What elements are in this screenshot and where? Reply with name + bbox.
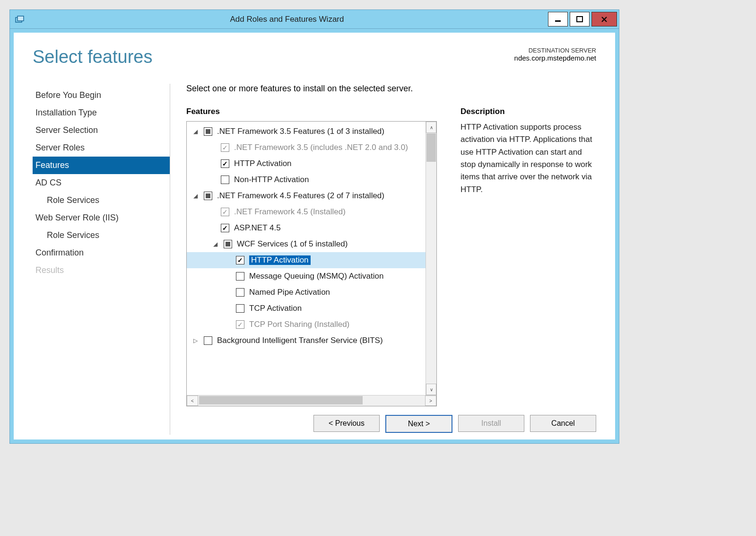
previous-button[interactable]: < Previous: [313, 415, 380, 432]
tree-label: .NET Framework 4.5 Features (2 of 7 inst…: [217, 191, 384, 201]
scroll-thumb[interactable]: [199, 396, 363, 404]
scroll-down-icon[interactable]: ∨: [426, 384, 436, 395]
tree-label: Message Queuing (MSMQ) Activation: [249, 272, 383, 281]
tree-label: .NET Framework 4.5 (Installed): [234, 207, 346, 217]
tree-item[interactable]: ◢ .NET Framework 3.5 Features (1 of 3 in…: [187, 123, 426, 140]
sidebar-item-confirmation[interactable]: Confirmation: [33, 244, 170, 262]
tree-item-selected[interactable]: HTTP Activation: [187, 252, 426, 268]
next-button[interactable]: Next >: [385, 415, 452, 433]
destination-server-label: DESTINATION SERVER: [514, 47, 596, 54]
features-heading: Features: [186, 107, 437, 116]
checkbox[interactable]: [236, 320, 244, 329]
tree-item[interactable]: ◢ .NET Framework 4.5 Features (2 of 7 in…: [187, 188, 426, 204]
expander-icon[interactable]: ▷: [191, 337, 199, 344]
sidebar-item-server-selection[interactable]: Server Selection: [33, 122, 170, 139]
expander-icon[interactable]: ◢: [191, 193, 199, 199]
checkbox[interactable]: [221, 143, 229, 152]
destination-server: DESTINATION SERVER ndes.corp.mstepdemo.n…: [514, 47, 596, 62]
scroll-right-icon[interactable]: >: [425, 395, 436, 406]
minimize-button[interactable]: [548, 12, 568, 26]
destination-server-value: ndes.corp.mstepdemo.net: [514, 54, 596, 62]
tree-label: HTTP Activation: [249, 255, 311, 265]
cancel-button[interactable]: Cancel: [530, 415, 596, 432]
tree-label: .NET Framework 3.5 Features (1 of 3 inst…: [217, 127, 384, 136]
window-icon: [13, 13, 26, 26]
checkbox[interactable]: [236, 272, 244, 281]
description-text: HTTP Activation supports process activat…: [461, 121, 596, 196]
tree-item[interactable]: ◢ WCF Services (1 of 5 installed): [187, 236, 426, 252]
tree-item[interactable]: Message Queuing (MSMQ) Activation: [187, 268, 426, 284]
sidebar-item-installation-type[interactable]: Installation Type: [33, 104, 170, 122]
checkbox[interactable]: [221, 159, 229, 168]
sidebar-item-adcs-role-services[interactable]: Role Services: [33, 192, 170, 209]
expander-icon[interactable]: ◢: [191, 128, 199, 135]
vertical-scrollbar[interactable]: ∧ ∨: [426, 122, 436, 395]
checkbox[interactable]: [221, 176, 229, 184]
checkbox[interactable]: [221, 208, 229, 216]
tree-item[interactable]: TCP Activation: [187, 300, 426, 316]
wizard-body: Select features DESTINATION SERVER ndes.…: [10, 29, 619, 443]
description-heading: Description: [461, 107, 596, 116]
tree-item[interactable]: .NET Framework 4.5 (Installed): [187, 204, 426, 220]
tree-label: TCP Activation: [249, 304, 302, 313]
sidebar-item-ad-cs[interactable]: AD CS: [33, 174, 170, 192]
tree-label: Named Pipe Activation: [249, 288, 330, 297]
tree-label: Background Intelligent Transfer Service …: [217, 336, 383, 345]
checkbox[interactable]: [236, 304, 244, 313]
maximize-button[interactable]: [570, 12, 590, 26]
tree-item[interactable]: Named Pipe Activation: [187, 284, 426, 300]
tristate-checkbox[interactable]: [204, 127, 212, 136]
scroll-left-icon[interactable]: <: [187, 395, 198, 406]
wizard-window: Add Roles and Features Wizard Select fea…: [9, 9, 619, 444]
checkbox[interactable]: [236, 288, 244, 297]
scroll-up-icon[interactable]: ∧: [426, 122, 436, 133]
tree-item[interactable]: ASP.NET 4.5: [187, 220, 426, 236]
horizontal-scrollbar[interactable]: < >: [187, 395, 436, 406]
sidebar-item-web-server-role[interactable]: Web Server Role (IIS): [33, 209, 170, 227]
sidebar-item-iis-role-services[interactable]: Role Services: [33, 227, 170, 244]
window-title: Add Roles and Features Wizard: [26, 15, 548, 24]
svg-rect-2: [555, 20, 561, 22]
tree-label: HTTP Activation: [234, 159, 292, 168]
checkbox[interactable]: [221, 224, 229, 232]
scroll-thumb[interactable]: [426, 133, 436, 162]
sidebar-item-server-roles[interactable]: Server Roles: [33, 139, 170, 157]
tree-label: WCF Services (1 of 5 installed): [237, 239, 348, 249]
install-button: Install: [458, 415, 524, 432]
tree-label: Non-HTTP Activation: [234, 175, 309, 185]
tree-item[interactable]: Non-HTTP Activation: [187, 172, 426, 188]
tree-label: ASP.NET 4.5: [234, 223, 281, 233]
sidebar-item-results: Results: [33, 262, 170, 279]
svg-rect-3: [577, 17, 582, 22]
features-tree: ◢ .NET Framework 3.5 Features (1 of 3 in…: [186, 121, 437, 406]
sidebar-item-features[interactable]: Features: [33, 157, 170, 174]
svg-rect-1: [17, 16, 24, 21]
tree-item[interactable]: TCP Port Sharing (Installed): [187, 316, 426, 333]
close-button[interactable]: [591, 12, 617, 26]
expander-icon[interactable]: ◢: [211, 241, 219, 247]
tree-item[interactable]: HTTP Activation: [187, 156, 426, 172]
tree-label: TCP Port Sharing (Installed): [249, 320, 349, 329]
checkbox[interactable]: [204, 336, 212, 345]
tree-item[interactable]: .NET Framework 3.5 (includes .NET 2.0 an…: [187, 140, 426, 156]
button-bar: < Previous Next > Install Cancel: [186, 406, 596, 435]
sidebar: Before You Begin Installation Type Serve…: [33, 84, 170, 435]
tristate-checkbox[interactable]: [224, 240, 232, 248]
sidebar-item-before-you-begin[interactable]: Before You Begin: [33, 87, 170, 104]
instruction-text: Select one or more features to install o…: [186, 84, 596, 94]
checkbox[interactable]: [236, 256, 244, 264]
tree-label: .NET Framework 3.5 (includes .NET 2.0 an…: [234, 143, 408, 152]
page-title: Select features: [33, 47, 152, 67]
tree-item[interactable]: ▷ Background Intelligent Transfer Servic…: [187, 333, 426, 349]
titlebar: Add Roles and Features Wizard: [10, 10, 619, 29]
tristate-checkbox[interactable]: [204, 192, 212, 200]
